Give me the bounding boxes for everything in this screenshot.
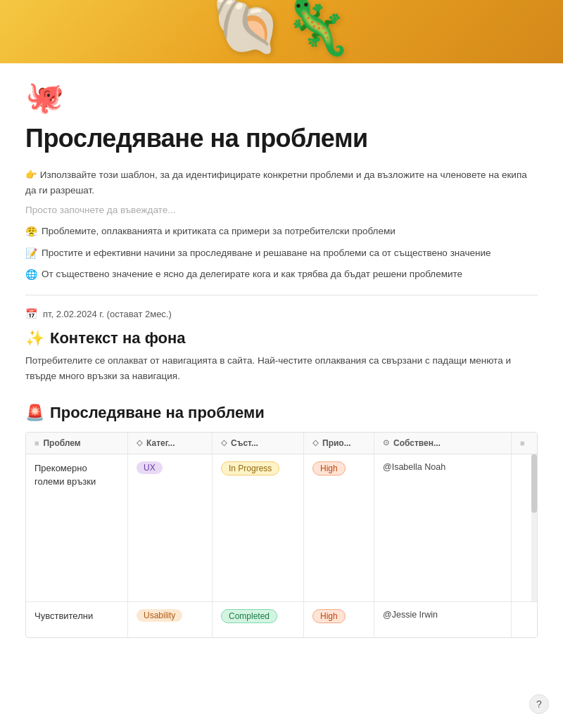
cell-category-1: UX — [128, 454, 213, 601]
issues-title-text: Проследяване на проблеми — [50, 404, 265, 422]
bullet-text-3: От съществено значение е ясно да делегир… — [42, 267, 462, 282]
bullet-text-1: Проблемите, оплакванията и критиката са … — [42, 224, 396, 239]
col-icon-problem: ≡ — [34, 439, 39, 447]
category-badge-1: UX — [137, 461, 163, 474]
banner-decoration: 🐚🦎 — [211, 0, 352, 59]
header-banner: 🐚🦎 — [0, 0, 563, 63]
owner-text-2: @Jessie Irwin — [383, 610, 438, 620]
cell-owner-2: @Jessie Irwin — [374, 602, 512, 637]
intro-block: 👉 Използвайте този шаблон, за да идентиф… — [25, 167, 538, 282]
category-badge-2: Usability — [137, 609, 182, 622]
bullet-item-2: 📝 Простите и ефективни начини за прослед… — [25, 245, 538, 261]
col-label-problem: Проблем — [43, 438, 80, 448]
placeholder-text[interactable]: Просто започнете да въвеждате... — [25, 205, 538, 215]
col-label-owner: Собствен... — [393, 438, 441, 448]
cell-priority-1: High — [304, 454, 374, 601]
col-category: ◇ Катег... — [128, 433, 213, 454]
intro-callout: 👉 Използвайте този шаблон, за да идентиф… — [25, 167, 538, 198]
cell-extra-2 — [512, 602, 537, 637]
callout-emoji: 👉 — [25, 170, 37, 180]
table-header: ≡ Проблем ◇ Катег... ◇ Съст... ◇ Прио...… — [26, 433, 537, 454]
bullet-emoji-2: 📝 — [25, 245, 37, 261]
table-row: Прекомерно големи връзки UX In Progress … — [26, 454, 537, 602]
table-scrollbar[interactable] — [531, 454, 537, 601]
issues-table: ≡ Проблем ◇ Катег... ◇ Съст... ◇ Прио...… — [25, 432, 538, 638]
cell-problem-1: Прекомерно големи връзки — [26, 454, 128, 601]
divider — [25, 295, 538, 295]
cell-owner-1: @Isabella Noah — [374, 454, 512, 601]
date-text: пт, 2.02.2024 г. (остават 2мес.) — [43, 309, 172, 319]
issues-emoji: 🚨 — [25, 404, 44, 422]
col-icon-category: ◇ — [137, 438, 142, 447]
col-label-priority: Прио... — [322, 438, 351, 448]
status-badge-2: Completed — [221, 609, 277, 623]
cell-status-2: Completed — [213, 602, 304, 637]
problem-text-2: Чувствителни — [34, 611, 93, 621]
content-area: 🐙 Проследяване на проблеми 👉 Използвайте… — [0, 63, 563, 663]
problem-text-1: Прекомерно големи връзки — [34, 463, 96, 487]
col-priority: ◇ Прио... — [304, 433, 374, 454]
col-icon-extra: ≡ — [520, 439, 524, 447]
bullet-text-2: Простите и ефективни начини за проследяв… — [42, 245, 491, 261]
bullet-item-1: 😤 Проблемите, оплакванията и критиката с… — [25, 224, 538, 239]
context-description: Потребителите се оплакват от навигацията… — [25, 353, 538, 383]
owner-text-1: @Isabella Noah — [383, 462, 445, 472]
cell-status-1: In Progress — [213, 454, 304, 601]
bullet-item-3: 🌐 От съществено значение е ясно да делег… — [25, 267, 538, 282]
col-status: ◇ Съст... — [213, 433, 304, 454]
bullet-emoji-1: 😤 — [25, 224, 37, 239]
calendar-icon: 📅 — [25, 308, 37, 319]
col-extra: ≡ — [512, 433, 537, 454]
col-icon-status: ◇ — [221, 438, 227, 447]
cell-problem-2: Чувствителни — [26, 602, 128, 637]
col-owner: ⊙ Собствен... — [374, 433, 512, 454]
col-label-category: Катег... — [146, 438, 175, 448]
help-button[interactable]: ? — [529, 694, 549, 714]
issues-section-title: 🚨 Проследяване на проблеми — [25, 404, 538, 422]
context-title-text: Контекст на фона — [50, 329, 186, 347]
priority-badge-2: High — [312, 609, 346, 623]
page-title: Проследяване на проблеми — [25, 124, 538, 153]
date-row: 📅 пт, 2.02.2024 г. (остават 2мес.) — [25, 308, 538, 319]
col-problem: ≡ Проблем — [26, 433, 128, 454]
cell-extra-1 — [512, 454, 537, 601]
cell-priority-2: High — [304, 602, 374, 637]
cell-category-2: Usability — [128, 602, 213, 637]
col-icon-owner: ⊙ — [383, 438, 389, 447]
context-emoji: ✨ — [25, 329, 44, 347]
status-badge-1: In Progress — [221, 461, 279, 475]
bullet-emoji-3: 🌐 — [25, 267, 37, 282]
table-row: Чувствителни Usability Completed High @J… — [26, 602, 537, 637]
callout-text: Използвайте този шаблон, за да идентифиц… — [25, 170, 527, 196]
col-icon-priority: ◇ — [312, 438, 318, 447]
scrollbar-thumb — [531, 454, 537, 513]
col-label-status: Съст... — [231, 438, 258, 448]
priority-badge-1: High — [312, 461, 346, 475]
app-icon: 🐙 — [25, 82, 538, 113]
context-section-title: ✨ Контекст на фона — [25, 329, 538, 347]
